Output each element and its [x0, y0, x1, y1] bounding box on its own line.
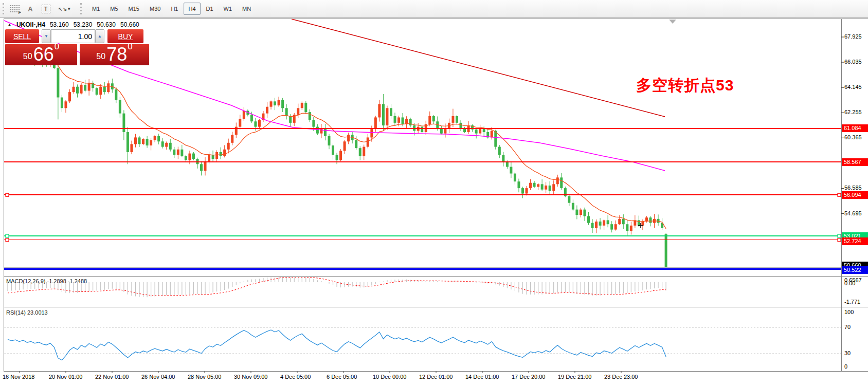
rsi-scale-label: 70	[844, 324, 851, 330]
symbol-title: UKOil-,H4	[16, 21, 45, 28]
sell-price-bigfigure: 50	[23, 49, 32, 64]
sell-button[interactable]: SELL	[5, 29, 39, 43]
price-tick-label: 60.365	[844, 134, 862, 140]
quote-high: 53.230	[74, 21, 93, 28]
mt4-window: F A T ↖↘ ▾ M1M5M15M30H1H4D1W1MN ▲ UKOil-…	[0, 0, 868, 386]
rsi-scale-label: 30	[844, 350, 851, 356]
buy-price-pips: 78	[106, 45, 127, 64]
one-click-trading-panel: SELL ▼ ▲ BUY 50 66 0 50 78 0	[5, 29, 149, 65]
time-tick-label: 26 Nov 04:00	[141, 374, 175, 380]
price-tick-label: 66.035	[844, 59, 862, 65]
time-tick-label: 22 Nov 01:00	[95, 374, 129, 380]
time-tick-label: 23 Dec 23:00	[604, 374, 638, 380]
hline-price-badge: 58.567	[842, 158, 868, 166]
collapse-trade-panel-icon[interactable]: ▲	[7, 22, 12, 27]
price-tick-label: 56.585	[844, 185, 862, 191]
macd-scale-label: -1.771	[844, 299, 860, 305]
sell-price-pips: 66	[33, 45, 54, 64]
time-tick-label: 4 Dec 05:00	[280, 374, 311, 380]
time-tick-label: 10 Dec 00:00	[373, 374, 406, 380]
time-tick-label: 14 Dec 01:00	[465, 374, 499, 380]
buy-price-point: 0	[128, 35, 132, 58]
hline-price-badge: 50.522	[842, 266, 868, 274]
price-tick-label: 54.695	[844, 210, 862, 216]
time-tick-label: 12 Dec 01:00	[419, 374, 453, 380]
quote-close: 50.660	[120, 21, 139, 28]
buy-button[interactable]: BUY	[107, 29, 143, 43]
macd-indicator-label: MACD(12,26,9) -1.2898 -1.2488	[6, 278, 87, 284]
rsi-indicator-label: RSI(14) 23.0013	[6, 309, 48, 316]
price-tick-label: 67.925	[844, 33, 862, 40]
time-tick-label: 6 Dec 05:00	[327, 374, 357, 380]
rsi-scale-label: 0	[844, 363, 847, 370]
rsi-scale-label: 100	[844, 309, 854, 315]
quote-header: ▲ UKOil-,H4 53.160 53.230 50.630 50.660	[7, 21, 139, 28]
buy-price-panel[interactable]: 50 78 0	[80, 44, 149, 65]
price-tick-label: 62.255	[844, 109, 862, 115]
price-tick-label: 64.145	[844, 84, 862, 90]
macd-scale-label: 0.00	[844, 280, 855, 286]
time-tick-label: 17 Dec 20:00	[512, 374, 545, 380]
hline-price-badge: 56.094	[842, 191, 868, 199]
hline-price-badge: 52.724	[842, 237, 868, 245]
quote-low: 50.630	[97, 21, 116, 28]
hline-price-badge: 61.084	[842, 124, 868, 132]
buy-price-bigfigure: 50	[96, 49, 105, 64]
chart-text-annotation: 多空转折点53	[636, 75, 734, 96]
time-tick-label: 19 Dec 21:00	[558, 374, 591, 380]
quote-open: 53.160	[50, 21, 69, 28]
sell-price-point: 0	[55, 35, 59, 58]
volume-decrease-button[interactable]: ▼	[42, 29, 51, 43]
time-tick-label: 30 Nov 09:00	[234, 374, 267, 380]
volume-increase-button[interactable]: ▲	[95, 29, 104, 43]
time-tick-label: 20 Nov 01:00	[49, 374, 82, 380]
time-tick-label: 16 Nov 2018	[3, 374, 34, 380]
time-tick-label: 28 Nov 05:00	[188, 374, 221, 380]
sell-price-panel[interactable]: 50 66 0	[5, 44, 77, 65]
